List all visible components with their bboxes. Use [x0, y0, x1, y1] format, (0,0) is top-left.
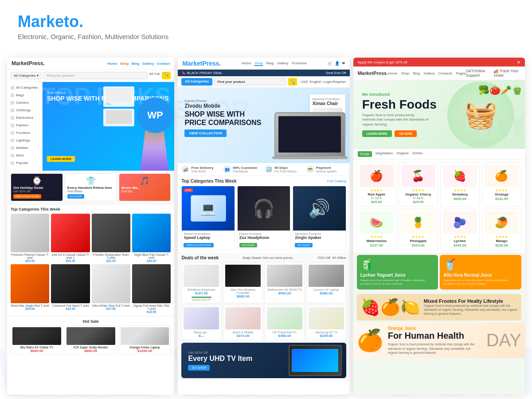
sidebar-item-cameras[interactable]: Camera	[9, 99, 40, 106]
mp-category-btn[interactable]: All Categories	[181, 78, 212, 86]
fruit-nav-vegetables[interactable]: Vegetables	[376, 151, 393, 157]
laptop-screen	[274, 112, 345, 156]
rp-mixed-desc: Organic food is food produced by methods…	[424, 304, 518, 316]
fruit-nav-fruits[interactable]: Fruits	[358, 151, 372, 157]
brand-logo: Marketo.	[18, 12, 514, 31]
lp-hero-btn[interactable]: LEARN MORE	[47, 156, 75, 162]
rp-mixed: 🍓🍊🍋 Mixed Frootes For Healty Lifestyle O…	[357, 294, 521, 321]
deal-item-monitor: Samsung 32' Tv $345.00	[306, 305, 346, 340]
mp-big-deal-title: Every UHD TV Item	[188, 355, 252, 363]
grid-icon	[11, 86, 14, 90]
lp-search-input[interactable]: Find your product	[43, 72, 148, 79]
cat-img-jacket	[132, 214, 171, 252]
mp-section-header: Top Categories This Week Full Catalog	[181, 179, 346, 184]
rp-big-orange-desc: Organic food is food produced by methods…	[388, 342, 477, 354]
mp-full-catalog-link[interactable]: Full Catalog	[327, 179, 346, 183]
cat-img-sports	[11, 264, 49, 303]
hot-item-2: ICR Super Guilty Monitor $600.00	[65, 325, 117, 355]
mp-feature-delivery: 🚚 Free Delivery Over $100	[181, 165, 221, 173]
lp-sidebar: All Categories Bags Camera Clothings Ele…	[7, 82, 43, 171]
mp-tv-screen	[292, 349, 338, 372]
payment-icon: 💳	[306, 165, 314, 173]
deal-item-tablet: HP PowerFull PC $380.00	[265, 305, 305, 340]
product-img-strawberry: 🍓	[443, 165, 477, 187]
mp-hero-small: Future Phone	[184, 99, 261, 103]
deal-item-vr: Widescreen 4K 50HD TV $500.00	[265, 262, 305, 303]
product-pineapple: 🍍 ★★★★ Pineapple $333.00	[399, 209, 438, 250]
mp-search-input[interactable]: Find your product	[214, 78, 286, 86]
sidebar-item-popular[interactable]: Popular	[9, 159, 40, 167]
mp-big-deal-inner: Get 50% Off Every UHD TV Item GO SHOP	[181, 343, 346, 378]
cat-item-2: Just Do It Casual Classic T-shirt 1 $33.…	[51, 214, 90, 262]
electronics-icon	[11, 116, 14, 120]
sidebar-item-mobiles[interactable]: Mobiles	[9, 144, 40, 152]
juice-card-yoguart: 🧃 Lychee Yoguart Juice Organic juice is …	[357, 255, 438, 289]
mp-section-title: Top Categories This Week	[181, 179, 236, 184]
fruit-nav-organic[interactable]: Organic	[396, 151, 409, 157]
panel-middle: MarketPress. Home Shop Blog Gallery Purc…	[178, 58, 349, 395]
lp-logo: MarketPress.	[12, 60, 45, 66]
sidebar-item-lightings[interactable]: Lightings	[9, 137, 40, 144]
bag-icon	[11, 94, 14, 97]
mp-hero-btn[interactable]: VIEW COLLECTION	[184, 129, 227, 137]
product-mango: 🥭 ★★★★ Mango $225.00	[482, 209, 521, 250]
sidebar-item-furniture[interactable]: Furniture	[9, 129, 40, 137]
deal-item-laptop: Lenovo 14' Laptop $380.00	[306, 262, 346, 303]
rp-products-grid: 🍎 ★★★★ Red Apple N: Ap'le $25.00 🍒 ★★★★ …	[357, 162, 521, 250]
promo-music: 🎵 Music Ma... Feel Be...	[119, 173, 171, 201]
product-orange: 🍊 ★★★★ Orrange $101.95	[482, 162, 521, 207]
rp-hero-btn1[interactable]: LEARN MORE	[362, 130, 392, 137]
mp-laptop	[274, 112, 345, 161]
mp-cat-card-btn-laptop[interactable]: VIEW COLLECTION	[184, 243, 213, 247]
mp-cat-card-headphones: 🎧 Future Furniture Zux Headphone GO SHOP	[237, 186, 290, 250]
mp-cat-card-btn-speaker[interactable]: GO SHOP	[295, 243, 313, 247]
mp-hero: SHOP Future Phone Zivodu Mobile SHOP WIS…	[178, 88, 349, 163]
mobile-icon	[11, 146, 14, 150]
rp-big-orange-label: Orange Juice	[388, 326, 477, 331]
deal-item-phone2: Aoem S Mobile $374.00	[223, 305, 263, 340]
sidebar-item-fashion[interactable]: Fashion	[9, 121, 40, 129]
product-img-pineapple: 🍍	[401, 211, 435, 234]
mp-hero-big1: SHOP WISE WITH PRICE COMPARISONS	[184, 110, 261, 127]
fruit-nav-drinks[interactable]: Drinks	[412, 151, 422, 157]
panels-container: MarketPress. Home Shop Blog Gallery Cont…	[0, 58, 532, 395]
cat-card-img-laptop: 💻	[182, 186, 234, 231]
cat-img-hoodie	[92, 214, 130, 252]
lp-categories-section: Top Categories This Week Premium Flannel…	[7, 204, 174, 316]
hot-item-3: Orange Fortex Laptop $1200.00	[119, 325, 171, 355]
rp-close-btn[interactable]: ✕	[517, 60, 520, 65]
product-img-mango: 🥭	[485, 211, 519, 234]
mp-daily-deals: Daily Deals! Get our best prices.	[243, 256, 293, 260]
panel-right: Apply the coupon & get 10% off ✕ MarketP…	[353, 58, 525, 395]
rp-hero-btn2[interactable]: GO NOW	[395, 130, 417, 137]
cat-img-shirt2	[51, 214, 90, 252]
sidebar-item-bags[interactable]: Bags	[9, 91, 40, 99]
sidebar-item-clothings[interactable]: Clothings	[9, 106, 40, 114]
lp-category-dropdown[interactable]: All Categories ▾	[11, 72, 42, 79]
lp-hot-sale: Hot Sale 80s Retro 43' Online TV $600.00…	[7, 316, 174, 357]
mp-blackfriday-bar: 🔖 BLACK FRIDAY DEAL Deal End Off	[178, 70, 349, 76]
deal-item-phone: Muny upi... $—	[181, 305, 221, 340]
sidebar-item-more[interactable]: More	[9, 152, 40, 159]
mp-search-icon[interactable]: 🔍	[288, 78, 297, 86]
sidebar-item-electronics[interactable]: Electronics	[9, 114, 40, 121]
sidebar-item-all[interactable]: All Categories	[9, 84, 40, 91]
mp-cat-card-btn-headphones[interactable]: GO SHOP	[239, 243, 257, 247]
mp-deals-title: Deals of the week	[181, 255, 219, 260]
rp-hero-desc: Organic food is food produced by methods…	[362, 113, 429, 127]
page-header: Marketo. Electronic, Organic, Fashion, M…	[0, 0, 532, 45]
product-img-apple: 🍎	[360, 165, 394, 187]
cat-item-3: Franklin Designated Team T-shirt $22.00	[92, 214, 130, 262]
mp-hero-brand: Zivodu Mobile	[184, 103, 261, 109]
camera-icon	[11, 101, 14, 105]
mp-top-categories: Top Categories This Week Full Catalog 💻 …	[178, 176, 349, 253]
lp-nav: Home Shop Blog Gallery Contact	[107, 62, 170, 66]
deal-img-phone	[184, 307, 219, 329]
cat-img-white	[92, 264, 130, 303]
mp-deals-grid: EliteBook Earphone $167.00 Already Sold …	[181, 262, 346, 303]
promo-btn-1[interactable]: FIND YOUR ITEMS	[13, 194, 41, 199]
cat-img-shirt	[11, 214, 49, 252]
mp-big-deal-btn[interactable]: GO SHOP	[188, 365, 210, 371]
promo-btn-2[interactable]: GO SHOP	[67, 194, 84, 199]
deal-img-controller	[225, 265, 261, 287]
